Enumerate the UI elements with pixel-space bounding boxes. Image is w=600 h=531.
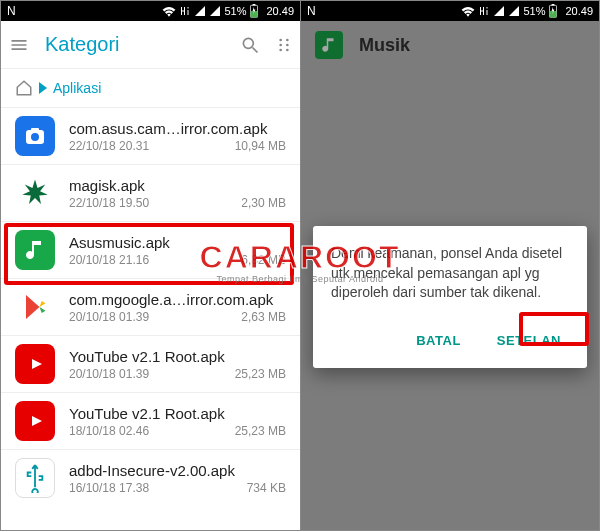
file-date: 20/10/18 01.39 [69, 310, 149, 324]
svg-point-12 [31, 133, 39, 141]
file-list: com.asus.cam…irror.com.apk 22/10/18 20.3… [1, 107, 300, 506]
app-icon-play-store [15, 287, 55, 327]
cancel-button[interactable]: BATAL [408, 327, 469, 354]
file-name: adbd-Insecure-v2.00.apk [69, 462, 286, 479]
file-size: 25,23 MB [235, 367, 286, 381]
panel-installer: N 51% 20.49 Musik Demi keamanan, ponsel … [300, 1, 599, 530]
file-size: 2,30 MB [241, 196, 286, 210]
list-item[interactable]: YouTube v2.1 Root.apk 20/10/18 01.3925,2… [1, 335, 300, 392]
battery-charging-icon [548, 4, 558, 18]
signal-icon-1 [194, 5, 206, 17]
data-h-icon [179, 5, 191, 17]
signal-icon-2 [508, 5, 520, 17]
file-name: YouTube v2.1 Root.apk [69, 405, 286, 422]
battery-percent: 51% [224, 5, 246, 17]
app-icon-magisk [15, 173, 55, 213]
svg-point-8 [286, 38, 289, 41]
status-bar: N 51% 20.49 [301, 1, 599, 21]
notification-n-icon: N [7, 4, 16, 18]
breadcrumb[interactable]: Aplikasi [1, 69, 300, 107]
wifi-icon [162, 5, 176, 17]
hamburger-icon[interactable] [9, 35, 29, 55]
wifi-icon [461, 5, 475, 17]
svg-point-5 [279, 38, 282, 41]
notification-n-icon: N [307, 4, 316, 18]
svg-line-4 [253, 47, 258, 52]
file-size: 10,94 MB [235, 139, 286, 153]
list-item[interactable]: adbd-Insecure-v2.00.apk 16/10/18 17.3873… [1, 449, 300, 506]
signal-icon-1 [493, 5, 505, 17]
status-bar: N 51% 20.49 [1, 1, 300, 21]
list-item[interactable]: com.mgoogle.a…irror.com.apk 20/10/18 01.… [1, 278, 300, 335]
signal-icon-2 [209, 5, 221, 17]
file-size: 25,23 MB [235, 424, 286, 438]
svg-point-10 [286, 48, 289, 51]
file-name: magisk.apk [69, 177, 286, 194]
battery-percent: 51% [523, 5, 545, 17]
app-icon-music [15, 230, 55, 270]
chevron-right-icon [39, 82, 47, 94]
list-item[interactable]: Asusmusic.apk 20/10/18 21.166,82 MB [1, 221, 300, 278]
file-date: 22/10/18 20.31 [69, 139, 149, 153]
svg-point-7 [279, 48, 282, 51]
svg-point-9 [286, 43, 289, 46]
search-icon[interactable] [240, 35, 260, 55]
data-h-icon [478, 5, 490, 17]
svg-rect-15 [552, 4, 555, 5]
file-name: YouTube v2.1 Root.apk [69, 348, 286, 365]
app-icon-camera [15, 116, 55, 156]
panel-file-manager: N 51% 20.49 Kategori Aplikasi [1, 1, 300, 530]
file-size: 6,82 MB [241, 253, 286, 267]
clock: 20.49 [266, 5, 294, 17]
file-date: 18/10/18 02.46 [69, 424, 149, 438]
dialog-message: Demi keamanan, ponsel Anda disetel utk m… [331, 244, 569, 303]
file-date: 16/10/18 17.38 [69, 481, 149, 495]
overflow-icon[interactable] [276, 35, 292, 55]
clock: 20.49 [565, 5, 593, 17]
file-name: Asusmusic.apk [69, 234, 286, 251]
battery-charging-icon [249, 4, 259, 18]
app-icon-youtube [15, 344, 55, 384]
breadcrumb-label[interactable]: Aplikasi [53, 80, 101, 96]
security-dialog: Demi keamanan, ponsel Anda disetel utk m… [313, 226, 587, 368]
file-size: 734 KB [247, 481, 286, 495]
file-name: com.mgoogle.a…irror.com.apk [69, 291, 286, 308]
list-item[interactable]: YouTube v2.1 Root.apk 18/10/18 02.4625,2… [1, 392, 300, 449]
app-icon-youtube [15, 401, 55, 441]
file-name: com.asus.cam…irror.com.apk [69, 120, 286, 137]
appbar-title: Kategori [45, 33, 224, 56]
svg-rect-13 [31, 128, 39, 131]
app-icon-usb [15, 458, 55, 498]
appbar: Kategori [1, 21, 300, 69]
list-item[interactable]: magisk.apk 22/10/18 19.502,30 MB [1, 164, 300, 221]
file-date: 22/10/18 19.50 [69, 196, 149, 210]
svg-point-3 [243, 38, 253, 48]
svg-point-6 [279, 43, 282, 46]
file-size: 2,63 MB [241, 310, 286, 324]
home-icon[interactable] [15, 79, 33, 97]
list-item[interactable]: com.asus.cam…irror.com.apk 22/10/18 20.3… [1, 107, 300, 164]
file-date: 20/10/18 21.16 [69, 253, 149, 267]
svg-rect-1 [253, 4, 256, 5]
file-date: 20/10/18 01.39 [69, 367, 149, 381]
settings-button[interactable]: SETELAN [489, 327, 569, 354]
